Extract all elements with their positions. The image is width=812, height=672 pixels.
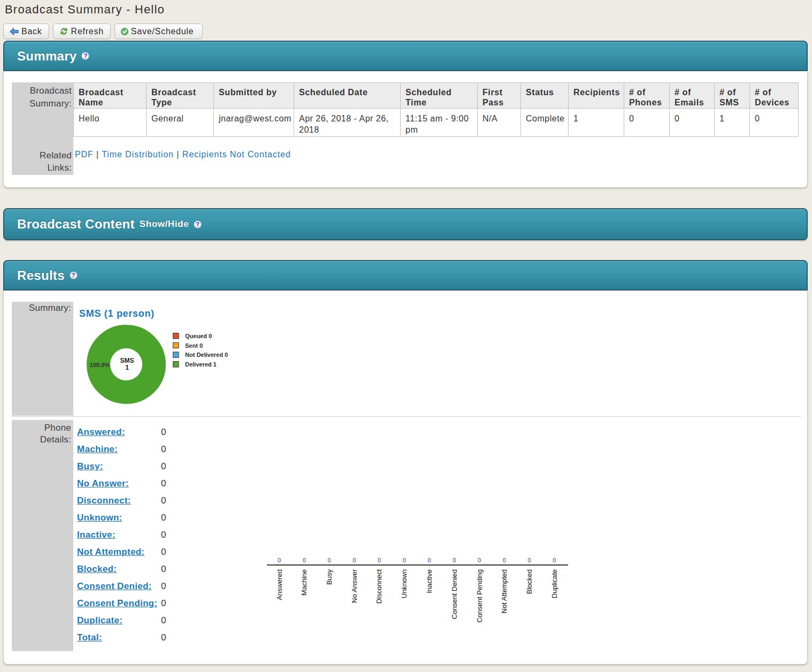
- svg-text:Not Delivered 0: Not Delivered 0: [185, 352, 228, 358]
- svg-text:100.0%: 100.0%: [90, 362, 110, 368]
- svg-text:SMS: SMS: [120, 357, 134, 364]
- svg-text:1: 1: [125, 364, 129, 371]
- svg-text:Delivered 1: Delivered 1: [185, 361, 217, 368]
- svg-text:Sent 0: Sent 0: [185, 342, 203, 349]
- svg-text:Queued 0: Queued 0: [185, 333, 212, 339]
